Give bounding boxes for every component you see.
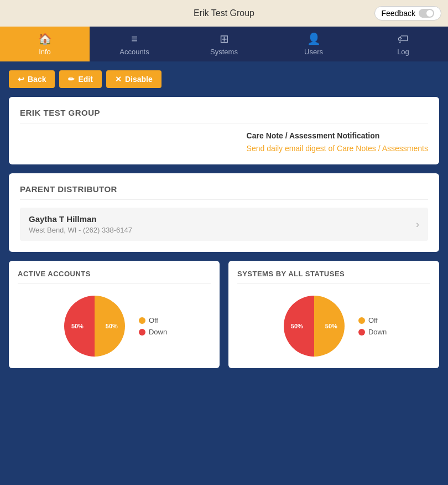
edit-button[interactable]: ✏ Edit (59, 70, 101, 88)
legend-off: Off (139, 316, 167, 324)
nav-item-info[interactable]: 🏠 Info (0, 27, 90, 61)
systems-off-label-text: Off (368, 316, 378, 324)
parent-distributor-title: PARENT DISTRIBUTOR (20, 184, 428, 200)
group-info-content: Care Note / Assessment Notification Send… (20, 131, 428, 153)
top-bar: Erik Test Group Feedback (0, 0, 448, 27)
distributor-location: West Bend, WI - (262) 338-6147 (29, 226, 132, 234)
active-accounts-legend: Off Down (139, 316, 167, 336)
systems-pie: 50% 50% (281, 293, 347, 359)
care-note-section: Care Note / Assessment Notification Send… (247, 131, 428, 153)
edit-icon: ✏ (68, 75, 75, 84)
systems-chart-title: SYSTEMS BY ALL STATUSES (237, 270, 430, 284)
edit-label: Edit (78, 75, 92, 84)
systems-off-label: 50% (325, 323, 337, 329)
active-accounts-card: ACTIVE ACCOUNTS 50% 50% Off (9, 261, 220, 368)
systems-down-label-text: Down (368, 328, 387, 336)
bottom-row: ACTIVE ACCOUNTS 50% 50% Off (9, 261, 439, 368)
off-label: Off (149, 316, 158, 324)
back-icon: ↩ (18, 75, 24, 84)
systems-legend: Off Down (358, 316, 387, 336)
nav-label-log: Log (397, 48, 409, 56)
chevron-right-icon: › (416, 219, 419, 230)
nav-item-log[interactable]: 🏷 Log (358, 27, 448, 61)
back-button[interactable]: ↩ Back (9, 70, 55, 88)
distributor-item[interactable]: Gaytha T Hillman West Bend, WI - (262) 3… (20, 208, 428, 241)
content-area: ↩ Back ✏ Edit ✕ Disable ERIK TEST GROUP … (0, 61, 448, 485)
nav-item-systems[interactable]: ⊞ Systems (179, 27, 269, 61)
systems-down-label: 50% (291, 323, 303, 329)
feedback-label: Feedback (382, 9, 415, 18)
parent-distributor-card: PARENT DISTRIBUTOR Gaytha T Hillman West… (9, 173, 439, 252)
nav-label-systems: Systems (210, 48, 238, 56)
log-icon: 🏷 (398, 33, 409, 45)
active-accounts-title: ACTIVE ACCOUNTS (18, 270, 211, 284)
down-label: Down (149, 328, 167, 336)
distributor-info: Gaytha T Hillman West Bend, WI - (262) 3… (29, 214, 132, 234)
nav-item-users[interactable]: 👤 Users (269, 27, 358, 61)
group-info-card: ERIK TEST GROUP Care Note / Assessment N… (9, 97, 439, 164)
active-accounts-off-label: 50% (106, 323, 118, 329)
care-note-label: Care Note / Assessment Notification (247, 131, 428, 140)
disable-button[interactable]: ✕ Disable (106, 70, 162, 88)
back-label: Back (28, 75, 46, 84)
systems-off-dot (358, 317, 365, 324)
navigation: 🏠 Info ≡ Accounts ⊞ Systems 👤 Users 🏷 Lo… (0, 27, 448, 61)
active-accounts-pie: 50% 50% (61, 293, 128, 359)
users-icon: 👤 (307, 32, 321, 45)
off-dot (139, 317, 145, 324)
accounts-icon: ≡ (131, 33, 138, 45)
home-icon: 🏠 (38, 32, 52, 45)
systems-icon: ⊞ (220, 32, 229, 45)
nav-label-info: Info (39, 48, 51, 56)
disable-icon: ✕ (115, 75, 122, 84)
nav-label-users: Users (304, 48, 323, 56)
systems-chart-card: SYSTEMS BY ALL STATUSES 50% 50% Off (228, 261, 439, 368)
active-accounts-down-label: 50% (71, 323, 84, 329)
toolbar: ↩ Back ✏ Edit ✕ Disable (9, 70, 439, 88)
systems-legend-off: Off (358, 316, 387, 324)
disable-label: Disable (125, 75, 153, 84)
active-accounts-chart-container: 50% 50% Off Down (18, 293, 211, 359)
feedback-button[interactable]: Feedback (374, 6, 441, 20)
systems-legend-down: Down (358, 328, 387, 336)
nav-item-accounts[interactable]: ≡ Accounts (90, 27, 179, 61)
distributor-name: Gaytha T Hillman (29, 214, 132, 224)
systems-chart-container: 50% 50% Off Down (237, 293, 430, 359)
systems-down-dot (358, 329, 365, 336)
legend-down: Down (139, 328, 167, 336)
feedback-toggle[interactable] (419, 9, 434, 18)
nav-label-accounts: Accounts (119, 48, 149, 56)
down-dot (139, 329, 145, 336)
page-title: Erik Test Group (194, 8, 254, 18)
group-title: ERIK TEST GROUP (20, 108, 428, 123)
care-note-link[interactable]: Send daily email digest of Care Notes / … (247, 144, 428, 153)
